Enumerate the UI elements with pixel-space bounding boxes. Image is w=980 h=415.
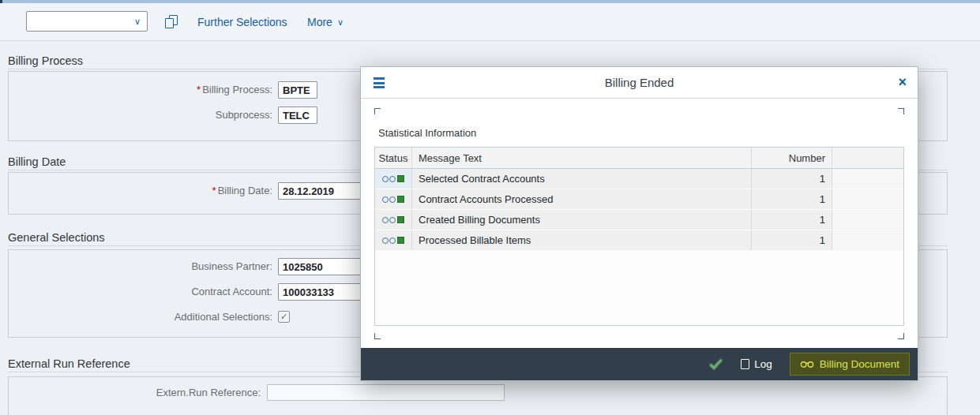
table-row[interactable]: Processed Billable Items 1 (375, 230, 903, 251)
business-partner-input[interactable] (278, 258, 372, 275)
number-value: 1 (752, 189, 832, 209)
billing-document-button[interactable]: Billing Document (790, 353, 910, 376)
section-title-external-run-reference: External Run Reference (8, 357, 130, 370)
billing-date-input[interactable] (278, 182, 374, 200)
status-green-icon (382, 175, 404, 182)
dialog-footer: Log Billing Document (361, 348, 918, 380)
billing-process-input[interactable] (278, 81, 317, 99)
header-toolbar: ∨ Further Selections More ∨ (0, 3, 980, 41)
status-green-icon (382, 216, 404, 223)
required-marker: * (197, 84, 201, 95)
billing-process-label: *Billing Process: (0, 81, 272, 99)
log-icon (741, 359, 749, 369)
statistics-table: Status Message Text Number Selected Cont… (374, 147, 904, 326)
table-row[interactable]: Contract Accounts Processed 1 (375, 189, 903, 210)
column-header-empty[interactable] (832, 148, 903, 168)
more-menu-button[interactable]: More ∨ (307, 6, 344, 38)
contract-account-label: Contract Account: (0, 283, 272, 301)
section-title-billing-date: Billing Date (8, 155, 66, 168)
screen-corner-icon (898, 333, 904, 339)
business-partner-label: Business Partner: (0, 258, 272, 275)
screen-corner-icon (374, 333, 381, 339)
column-header-message-text[interactable]: Message Text (412, 148, 752, 168)
chevron-down-icon: ∨ (337, 17, 344, 28)
table-row[interactable]: Selected Contract Accounts 1 (375, 169, 903, 189)
status-green-icon (382, 237, 404, 244)
section-title-general-selections: General Selections (8, 231, 105, 244)
variant-combobox[interactable]: ∨ (26, 11, 148, 32)
required-marker: * (212, 185, 216, 196)
chevron-down-icon: ∨ (134, 17, 141, 27)
number-value: 1 (752, 169, 832, 189)
further-selections-button[interactable]: Further Selections (197, 6, 287, 38)
column-header-status[interactable]: Status (375, 148, 412, 168)
log-button[interactable]: Log (741, 358, 772, 370)
glasses-icon (800, 360, 814, 368)
confirm-check-icon[interactable] (708, 358, 723, 370)
screen-corner-icon (898, 108, 904, 114)
dialog-header: Billing Ended × (361, 67, 918, 99)
message-text: Selected Contract Accounts (412, 169, 752, 189)
screen-corner-icon (374, 108, 381, 114)
message-text: Contract Accounts Processed (412, 189, 752, 209)
copy-icon[interactable] (165, 15, 179, 29)
additional-selections-label: Additional Selections: (0, 308, 272, 326)
column-header-number[interactable]: Number (752, 148, 832, 168)
checkmark-icon: ✓ (280, 312, 287, 322)
close-icon[interactable]: × (898, 73, 907, 92)
section-title-billing-process: Billing Process (8, 54, 83, 67)
additional-selections-checkbox[interactable]: ✓ (278, 311, 290, 323)
contract-account-input[interactable] (278, 283, 372, 301)
menu-icon[interactable] (374, 77, 385, 91)
statistical-information-label: Statistical Information (378, 127, 476, 139)
message-text: Processed Billable Items (412, 230, 752, 250)
extern-run-reference-label: Extern.Run Reference: (0, 384, 261, 402)
subprocess-label: Subprocess: (0, 107, 272, 124)
table-header-row: Status Message Text Number (375, 148, 903, 169)
subprocess-input[interactable] (278, 107, 317, 124)
dialog-title: Billing Ended (605, 76, 674, 89)
message-text: Created Billing Documents (412, 210, 752, 230)
status-green-icon (382, 196, 404, 203)
extern-run-reference-input[interactable] (267, 384, 505, 401)
number-value: 1 (752, 210, 832, 230)
table-row[interactable]: Created Billing Documents 1 (375, 210, 903, 230)
billing-ended-dialog: Billing Ended × Statistical Information … (360, 66, 918, 381)
number-value: 1 (752, 230, 832, 250)
billing-date-label: *Billing Date: (0, 182, 272, 200)
